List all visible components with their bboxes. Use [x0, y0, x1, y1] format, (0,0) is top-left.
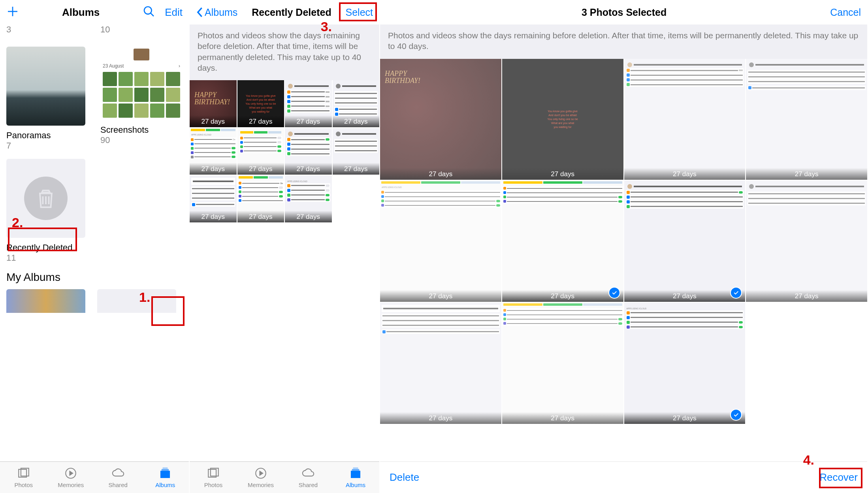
tab-albums[interactable]: Albums [332, 462, 379, 493]
annotation-1: 1. [139, 290, 150, 305]
chevron-left-icon [196, 7, 203, 18]
delete-button[interactable]: Delete [390, 471, 419, 484]
annotation-4: 4. [803, 452, 814, 468]
annotation-box-2 [8, 228, 77, 251]
deleted-photo[interactable]: 27 days [285, 80, 332, 127]
deleted-photo[interactable]: You know you gotta giveAnd don't you be … [502, 59, 623, 180]
info-text: Photos and videos show the days remainin… [380, 24, 867, 59]
tab-photos[interactable]: Photos [190, 462, 237, 493]
annotation-3: 3. [321, 19, 332, 34]
album-name: Screenshots [100, 125, 183, 135]
svg-rect-13 [353, 468, 358, 469]
deleted-photo[interactable]: 27 days [746, 59, 867, 180]
deleted-photo-selected[interactable]: 27 days [502, 181, 623, 302]
search-icon[interactable] [143, 5, 155, 19]
tab-shared[interactable]: Shared [94, 462, 142, 493]
albums-icon [158, 467, 172, 480]
my-albums-header: My Albums [6, 271, 183, 284]
info-text: Photos and videos show the days remainin… [190, 24, 379, 80]
add-icon[interactable] [6, 5, 19, 19]
memories-icon [64, 467, 77, 480]
memories-icon [254, 467, 267, 480]
deleted-photo[interactable]: 27 days [380, 59, 501, 180]
deleted-photo[interactable]: 27 days [502, 303, 623, 424]
deleted-photo[interactable]: 27 days [624, 59, 746, 180]
checkmark-icon [730, 409, 742, 421]
album-count: 90 [100, 135, 183, 145]
nav-bar: 3 Photos Selected Cancel [380, 0, 867, 24]
svg-rect-5 [161, 471, 170, 478]
deleted-photo[interactable]: APPS USING ICLOUD27 days [285, 175, 332, 222]
svg-rect-11 [351, 471, 360, 478]
photo-grid: 27 days You know you gotta giveAnd don't… [380, 59, 867, 424]
svg-rect-12 [352, 469, 359, 470]
annotation-box-4 [819, 468, 862, 488]
edit-button[interactable]: Edit [165, 6, 183, 19]
screenshot-date: 23 August [103, 63, 124, 69]
tab-albums[interactable]: Albums [142, 462, 189, 493]
svg-point-0 [144, 7, 152, 14]
photos-icon [207, 467, 220, 480]
deleted-photo[interactable]: APPS USING ICLOUDOn27 days [190, 128, 237, 175]
deleted-photo[interactable]: 27 days [746, 181, 867, 302]
deleted-photo[interactable]: 27 days [190, 80, 237, 127]
album-thumbnail [6, 47, 85, 126]
page-title: Recently Deleted [252, 7, 331, 18]
deleted-photo[interactable]: You know you gotta giveAnd don't you be … [237, 80, 284, 127]
tab-bar: Photos Memories Shared Albums [190, 461, 379, 493]
tab-photos[interactable]: Photos [0, 462, 47, 493]
annotation-box-1 [151, 296, 185, 326]
cloud-icon [111, 467, 125, 480]
album-thumbnail[interactable] [6, 289, 85, 313]
tab-memories[interactable]: Memories [237, 462, 284, 493]
album-thumbnail: 23 August› [100, 47, 183, 120]
deleted-photo[interactable]: APPS USING ICLOUD27 days [380, 181, 501, 302]
deleted-photo[interactable]: 27 days [285, 128, 332, 175]
deleted-photo[interactable]: 27 days [190, 175, 237, 222]
album-count: 3 [6, 24, 88, 35]
album-count: 11 [6, 253, 88, 263]
deleted-photo-selected[interactable]: APPS USING ICLOUD27 days [624, 303, 746, 424]
deleted-photo-selected[interactable]: 27 days [624, 181, 746, 302]
album-count: 10 [100, 24, 183, 35]
tab-shared[interactable]: Shared [284, 462, 332, 493]
nav-bar: Albums Edit [0, 0, 189, 24]
album-name: Panoramas [6, 130, 88, 141]
svg-line-1 [151, 13, 154, 16]
deleted-photo[interactable]: On27 days [237, 175, 284, 222]
album-screenshots[interactable]: 23 August› Screenshots 90 [100, 47, 183, 151]
deleted-photo[interactable]: 27 days [237, 128, 284, 175]
svg-rect-6 [162, 469, 169, 470]
tab-memories[interactable]: Memories [47, 462, 95, 493]
annotation-box-3 [339, 2, 377, 21]
cloud-icon [301, 467, 315, 480]
album-panoramas[interactable]: Panoramas 7 [6, 47, 88, 151]
tab-bar: Photos Memories Shared Albums [0, 461, 189, 493]
photo-grid: 27 days You know you gotta giveAnd don't… [190, 80, 379, 222]
deleted-photo[interactable]: 27 days [380, 303, 501, 424]
panel-albums: Albums Edit 3 10 Panoramas 7 23 August› [0, 0, 190, 493]
panel-selection: 3 Photos Selected Cancel Photos and vide… [380, 0, 868, 493]
page-title: Albums [62, 6, 100, 19]
photos-icon [17, 467, 30, 480]
cancel-button[interactable]: Cancel [830, 7, 861, 18]
back-button[interactable]: Albums [196, 7, 237, 18]
annotation-2: 2. [12, 215, 23, 230]
panel-recently-deleted: Albums Recently Deleted Select Photos an… [190, 0, 380, 493]
deleted-photo[interactable]: 27 days [333, 80, 380, 127]
page-title: 3 Photos Selected [582, 7, 667, 18]
checkmark-icon [608, 287, 620, 299]
album-count: 7 [6, 141, 88, 151]
albums-icon [349, 467, 362, 480]
svg-rect-7 [163, 468, 168, 469]
action-bar: Delete Recover [380, 461, 867, 493]
deleted-photo[interactable]: 27 days [333, 128, 380, 175]
